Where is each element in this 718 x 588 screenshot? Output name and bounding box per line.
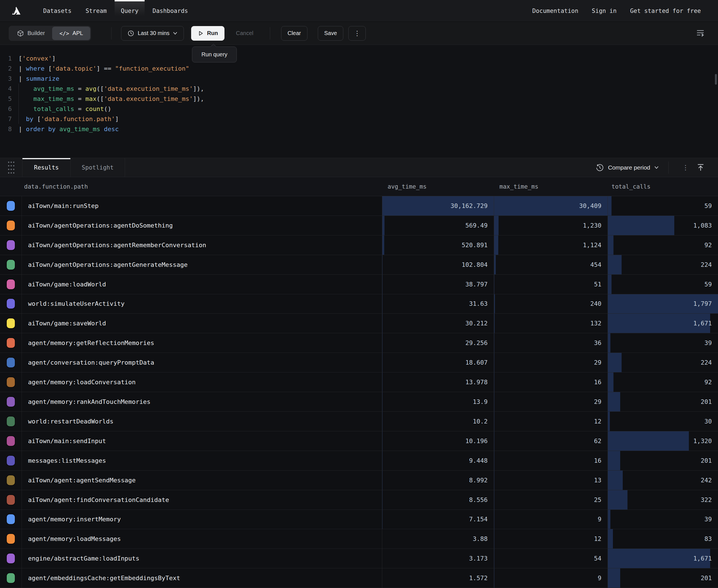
more-options-button[interactable]: ⋮ — [349, 26, 366, 41]
nav-link-sign-in[interactable]: Sign in — [589, 7, 620, 14]
total-value-cell: 1,083 — [608, 216, 718, 235]
avg-value-text: 3.173 — [469, 555, 494, 562]
line-number: 2 — [0, 65, 12, 72]
chevron-down-icon — [654, 166, 659, 169]
column-header-max-time[interactable]: max_time_ms — [494, 183, 608, 190]
panel-drag-handle[interactable] — [0, 158, 22, 177]
table-row[interactable]: agent/memory:rankAndTouchMemories13.9292… — [0, 392, 718, 412]
total-value-text: 201 — [701, 457, 718, 464]
table-row[interactable]: agent/memory:loadConversation13.9781692 — [0, 373, 718, 392]
table-row[interactable]: agent/memory:insertMemory7.154939 — [0, 510, 718, 529]
total-value-cell: 322 — [608, 490, 718, 509]
function-path-cell: agent/memory:rankAndTouchMemories — [22, 392, 382, 412]
line-number: 1 — [0, 55, 12, 62]
table-row[interactable]: aiTown/game:loadWorld38.7975159 — [0, 275, 718, 294]
run-button[interactable]: Run — [191, 26, 225, 41]
secondary-nav: DocumentationSign inGet started for free — [529, 7, 718, 14]
row-color-swatch — [7, 318, 15, 328]
nav-link-documentation[interactable]: Documentation — [529, 7, 581, 14]
table-row[interactable]: aiTown/agent:findConversationCandidate8.… — [0, 490, 718, 510]
total-value-cell: 30 — [608, 412, 718, 431]
row-color-swatch-cell — [0, 314, 22, 333]
table-row[interactable]: agent/conversation:queryPromptData18.607… — [0, 353, 718, 373]
table-row[interactable]: agent/memory:loadMessages3.881283 — [0, 529, 718, 549]
nav-link-get-started-for-free[interactable]: Get started for free — [627, 7, 704, 14]
table-row[interactable]: agent/embeddingsCache:getEmbeddingsByTex… — [0, 568, 718, 588]
table-row[interactable]: aiTown/agentOperations:agentGenerateMess… — [0, 255, 718, 275]
column-header-avg-time[interactable]: avg_time_ms — [382, 183, 494, 190]
total-value-bar — [608, 510, 610, 529]
table-row[interactable]: world:restartDeadWorlds10.21230 — [0, 412, 718, 431]
table-row[interactable]: aiTown/agentOperations:agentRememberConv… — [0, 235, 718, 255]
total-value-text: 39 — [704, 339, 718, 346]
top-nav: DatasetsStreamQueryDashboards Documentat… — [0, 0, 718, 22]
function-path-cell: agent/memory:loadConversation — [22, 373, 382, 392]
save-button[interactable]: Save — [318, 26, 343, 41]
avg-value-cell: 3.88 — [382, 529, 494, 548]
avg-value-text: 29.256 — [465, 339, 494, 346]
table-row[interactable]: messages:listMessages9.44816201 — [0, 451, 718, 470]
avg-value-text: 8.992 — [469, 477, 494, 484]
total-value-text: 1,797 — [693, 300, 718, 307]
max-value-text: 29 — [594, 359, 608, 366]
avg-value-cell: 10.2 — [382, 412, 494, 431]
line-number: 3 — [0, 75, 12, 82]
tab-results[interactable]: Results — [22, 158, 71, 177]
tab-results-label: Results — [34, 164, 59, 171]
apl-mode-button[interactable]: </> APL — [52, 27, 90, 40]
cancel-button[interactable]: Cancel — [230, 26, 259, 41]
column-header-total-calls[interactable]: total_calls — [608, 183, 718, 190]
table-row[interactable]: aiTown/game:saveWorld30.2121321,671 — [0, 314, 718, 333]
table-row[interactable]: world:simulateUserActivity31.632401,797 — [0, 294, 718, 314]
function-path-cell: aiTown/agentOperations:agentDoSomething — [22, 216, 382, 235]
nav-item-dashboards[interactable]: Dashboards — [146, 0, 194, 22]
row-color-swatch-cell — [0, 216, 22, 235]
total-value-cell: 201 — [608, 568, 718, 588]
editor-scrollbar[interactable] — [715, 74, 717, 85]
column-header-function-path[interactable]: data.function.path — [0, 183, 382, 190]
tab-spotlight[interactable]: Spotlight — [71, 158, 125, 177]
compare-period-select[interactable]: Compare period — [595, 163, 659, 172]
wrap-lines-icon[interactable] — [696, 29, 706, 38]
table-row[interactable]: aiTown/agent:agentSendMessage8.99213242 — [0, 470, 718, 490]
total-value-bar — [608, 373, 613, 392]
total-value-bar — [608, 529, 613, 548]
code-line: 5 max_time_ms = max(['data.execution_tim… — [0, 93, 718, 104]
avg-value-cell: 9.448 — [382, 451, 494, 470]
table-row[interactable]: aiTown/agentOperations:agentDoSomething5… — [0, 216, 718, 235]
time-range-select[interactable]: Last 30 mins — [121, 26, 184, 41]
total-value-cell: 224 — [608, 255, 718, 274]
table-row[interactable]: engine/abstractGame:loadInputs3.173541,6… — [0, 549, 718, 568]
max-value-text: 36 — [594, 339, 608, 346]
nav-item-query[interactable]: Query — [114, 0, 145, 22]
clear-button[interactable]: Clear — [281, 26, 308, 41]
axiom-logo-icon[interactable] — [11, 6, 21, 16]
total-value-text: 224 — [701, 359, 718, 366]
avg-value-text: 8.556 — [469, 496, 494, 503]
row-color-swatch-cell — [0, 235, 22, 255]
max-value-cell: 51 — [494, 275, 608, 294]
total-value-text: 30 — [704, 418, 718, 425]
table-row[interactable]: agent/memory:getReflectionMemories29.256… — [0, 333, 718, 353]
nav-item-stream[interactable]: Stream — [79, 0, 113, 22]
nav-item-datasets[interactable]: Datasets — [37, 0, 78, 22]
table-row[interactable]: aiTown/main:runStep30,162.72930,40959 — [0, 196, 718, 216]
kebab-icon: ⋮ — [354, 30, 360, 37]
table-row[interactable]: aiTown/main:sendInput10.196621,320 — [0, 431, 718, 451]
total-value-cell: 201 — [608, 392, 718, 412]
max-value-cell: 9 — [494, 510, 608, 529]
tab-spotlight-label: Spotlight — [82, 164, 114, 171]
history-clock-icon — [595, 163, 604, 172]
collapse-panel-icon[interactable] — [696, 163, 705, 172]
avg-value-cell: 30.212 — [382, 314, 494, 333]
row-color-swatch — [7, 299, 15, 309]
results-more-options-button[interactable]: ⋮ — [680, 164, 691, 171]
builder-mode-button[interactable]: Builder — [9, 27, 52, 40]
max-value-cell: 12 — [494, 529, 608, 548]
max-value-cell: 12 — [494, 412, 608, 431]
primary-nav: DatasetsStreamQueryDashboards — [37, 0, 194, 22]
total-value-cell: 83 — [608, 529, 718, 548]
apl-code-editor[interactable]: 1['convex']2| where ['data.topic'] == "f… — [0, 45, 718, 158]
function-path-cell: world:restartDeadWorlds — [22, 412, 382, 431]
row-color-swatch-cell — [0, 353, 22, 372]
